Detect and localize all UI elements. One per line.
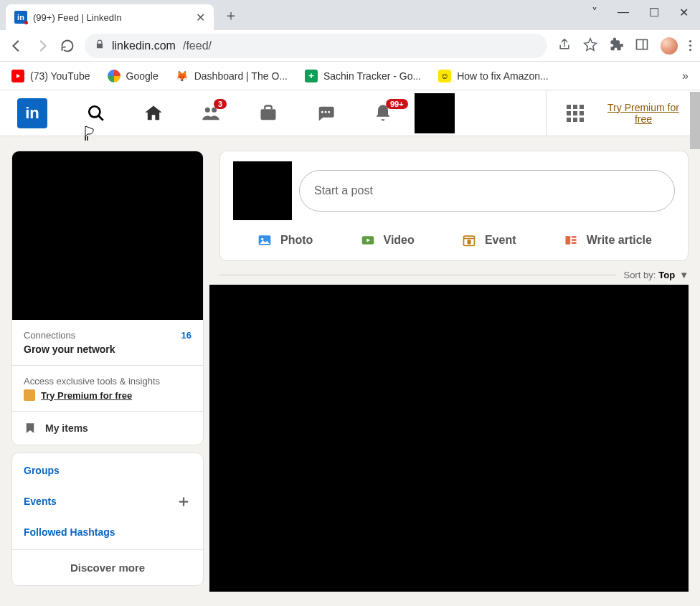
tab-title: (99+) Feed | LinkedIn bbox=[33, 12, 190, 23]
sidebar-link-events[interactable]: Events ＋ bbox=[12, 483, 203, 519]
svg-rect-17 bbox=[571, 236, 576, 238]
address-bar[interactable]: linkedin.com/feed/ bbox=[85, 34, 547, 58]
svg-point-11 bbox=[261, 238, 263, 240]
my-items-label: My items bbox=[45, 422, 88, 434]
extensions-icon[interactable] bbox=[609, 37, 623, 55]
search-icon[interactable] bbox=[67, 104, 125, 123]
post-photo-button[interactable]: Photo bbox=[252, 227, 317, 253]
star-icon[interactable] bbox=[583, 37, 597, 55]
linkedin-favicon-icon: in bbox=[14, 11, 27, 24]
linkedin-navbar: in 3 99+ Try Premium for free bbox=[0, 90, 700, 136]
svg-rect-19 bbox=[571, 242, 576, 245]
svg-point-4 bbox=[205, 107, 210, 112]
share-icon[interactable] bbox=[557, 37, 572, 55]
bookmark-youtube[interactable]: (73) YouTube bbox=[11, 70, 90, 82]
bookmarks-overflow-icon[interactable]: » bbox=[682, 70, 689, 82]
post-action-label: Video bbox=[384, 234, 415, 247]
sidebar-link-label: Followed Hashtags bbox=[24, 526, 115, 538]
messaging-icon[interactable] bbox=[297, 103, 354, 123]
browser-tab[interactable]: in (99+) Feed | LinkedIn ✕ bbox=[6, 4, 214, 30]
sort-label: Sort by: bbox=[623, 270, 656, 280]
start-post-button[interactable]: Start a post bbox=[299, 170, 675, 212]
url-host: linkedin.com bbox=[112, 39, 176, 52]
url-path: /feed/ bbox=[183, 39, 212, 52]
svg-point-9 bbox=[328, 110, 330, 113]
work-grid-icon[interactable] bbox=[567, 105, 584, 122]
network-badge: 3 bbox=[214, 99, 227, 109]
sort-row[interactable]: Sort by: Top ▼ bbox=[219, 270, 689, 280]
tab-close-icon[interactable]: ✕ bbox=[196, 11, 205, 24]
svg-rect-18 bbox=[571, 239, 576, 241]
redacted-feed-post bbox=[209, 285, 689, 592]
exclusive-text: Access exclusive tools & insights bbox=[24, 376, 191, 387]
browser-toolbar: linkedin.com/feed/ bbox=[0, 30, 700, 62]
notifications-icon[interactable]: 99+ bbox=[354, 103, 412, 123]
post-action-label: Event bbox=[485, 234, 516, 247]
post-placeholder: Start a post bbox=[314, 184, 373, 197]
svg-text:5: 5 bbox=[468, 239, 470, 245]
svg-point-8 bbox=[325, 110, 327, 113]
post-action-label: Write article bbox=[587, 234, 652, 247]
sidepanel-icon[interactable] bbox=[635, 37, 649, 55]
back-button[interactable] bbox=[9, 38, 24, 54]
network-icon[interactable]: 3 bbox=[182, 103, 240, 123]
post-action-label: Photo bbox=[280, 234, 313, 247]
window-dropdown-icon[interactable]: ˅ bbox=[592, 6, 597, 19]
svg-point-2 bbox=[89, 106, 100, 117]
post-event-button[interactable]: 5 Event bbox=[456, 227, 521, 253]
premium-icon bbox=[24, 389, 35, 401]
svg-rect-16 bbox=[565, 236, 570, 245]
home-icon[interactable] bbox=[125, 103, 182, 123]
bookmark-label: Dashboard | The O... bbox=[194, 70, 288, 82]
svg-point-7 bbox=[321, 110, 323, 113]
video-icon bbox=[359, 233, 377, 247]
forward-button bbox=[34, 38, 50, 54]
jobs-icon[interactable] bbox=[240, 103, 297, 123]
bookmark-amazon[interactable]: ☺ How to fix Amazon... bbox=[438, 70, 549, 82]
svg-rect-6 bbox=[261, 109, 276, 120]
browser-menu-icon[interactable] bbox=[689, 40, 691, 51]
photo-icon bbox=[256, 233, 273, 247]
sidebar-link-hashtags[interactable]: Followed Hashtags bbox=[12, 519, 203, 545]
profile-avatar[interactable] bbox=[661, 37, 678, 55]
lock-icon bbox=[95, 39, 105, 52]
premium-text: Try Premium for free bbox=[41, 390, 132, 401]
plus-icon[interactable]: ＋ bbox=[176, 491, 191, 512]
bookmark-label: Google bbox=[126, 70, 159, 82]
post-article-button[interactable]: Write article bbox=[558, 227, 656, 253]
discover-more[interactable]: Discover more bbox=[12, 549, 203, 585]
premium-link[interactable]: Try Premium for free bbox=[604, 102, 683, 125]
sidebar-link-groups[interactable]: Groups bbox=[12, 458, 203, 483]
redacted-avatar bbox=[233, 161, 292, 220]
bookmark-google[interactable]: Google bbox=[108, 70, 159, 82]
bookmark-label: Sachin Tracker - Go... bbox=[323, 70, 421, 82]
new-tab-button[interactable]: ＋ bbox=[224, 6, 238, 25]
bookmark-label: (73) YouTube bbox=[30, 70, 90, 82]
redacted-nav-item[interactable] bbox=[415, 93, 455, 133]
post-video-button[interactable]: Video bbox=[355, 227, 419, 253]
linkedin-logo-icon[interactable]: in bbox=[17, 98, 47, 128]
bookmark-label: How to fix Amazon... bbox=[457, 70, 549, 82]
main-feed: Start a post Photo Video 5 Event bbox=[219, 151, 689, 592]
connections-label: Connections bbox=[24, 330, 75, 341]
premium-box[interactable]: Access exclusive tools & insights Try Pr… bbox=[12, 366, 203, 411]
sidebar-link-label: Groups bbox=[24, 465, 60, 476]
window-maximize-icon[interactable]: ☐ bbox=[649, 6, 659, 19]
bookmark-tracker[interactable]: + Sachin Tracker - Go... bbox=[305, 70, 421, 82]
grow-network[interactable]: Grow your network bbox=[12, 344, 203, 365]
window-minimize-icon[interactable]: — bbox=[618, 6, 629, 19]
bookmark-dashboard[interactable]: 🦊 Dashboard | The O... bbox=[176, 70, 288, 82]
bookmark-icon bbox=[24, 422, 37, 435]
sidebar-link-label: Events bbox=[24, 496, 57, 507]
my-items[interactable]: My items bbox=[12, 412, 203, 445]
chevron-down-icon: ▼ bbox=[679, 270, 689, 280]
window-close-icon[interactable]: ✕ bbox=[679, 6, 689, 19]
scrollbar-thumb[interactable] bbox=[690, 92, 700, 149]
community-card: Groups Events ＋ Followed Hashtags Discov… bbox=[11, 453, 204, 586]
event-icon: 5 bbox=[460, 233, 478, 247]
svg-line-3 bbox=[98, 115, 103, 120]
left-sidebar: Connections 16 Grow your network Access … bbox=[11, 151, 204, 592]
connections-row[interactable]: Connections 16 bbox=[12, 320, 203, 344]
reload-button[interactable] bbox=[60, 39, 75, 53]
sort-value: Top bbox=[658, 270, 675, 280]
